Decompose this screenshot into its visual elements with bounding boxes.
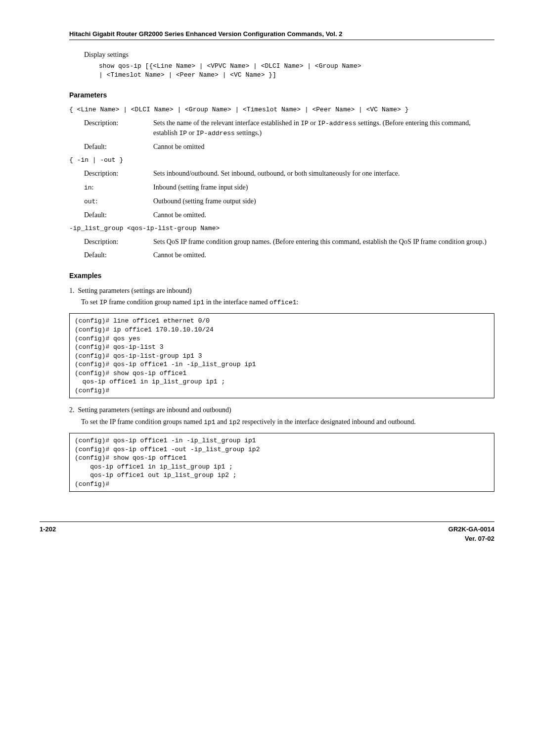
e2-pre: To set the IP frame condition groups nam…: [81, 418, 204, 425]
p1-desc-mono3: IP: [179, 130, 187, 137]
show-syntax-line2: | <Timeslot Name> | <Peer Name> | <VC Na…: [99, 71, 494, 80]
example2-num: 2.: [69, 406, 75, 414]
param3-default-val: Cannot be omitted.: [153, 250, 494, 260]
param3-desc-text: Sets QoS IP frame condition group names.…: [153, 237, 494, 247]
param2-in-val: Inbound (setting frame input side): [153, 183, 494, 192]
e1-mid2: in the interface named: [204, 298, 269, 306]
e2-mid1: and: [216, 418, 229, 425]
e2-mono2: ip2: [229, 419, 240, 426]
example2-code-block: (config)# qos-ip office1 -in -ip_list_gr…: [69, 433, 494, 492]
footer-page-number: 1-202: [40, 525, 56, 543]
param3-syntax: -ip_list_group <qos-ip-list-group Name>: [69, 224, 494, 233]
footer-version: Ver. 07-02: [448, 534, 494, 543]
footer-right: GR2K-GA-0014 Ver. 07-02: [448, 525, 494, 543]
param1-default-val: Cannot be omitted: [153, 142, 494, 152]
example1-num: 1.: [69, 287, 75, 294]
in-colon: :: [92, 184, 94, 191]
out-mono: out: [84, 198, 95, 205]
param3-desc-label: Description:: [84, 237, 153, 247]
e1-mono2: ip1: [193, 299, 204, 306]
e1-pre: To set: [81, 298, 99, 306]
param2-default-label: Default:: [84, 210, 153, 220]
param2-default-val: Cannot be omitted.: [153, 210, 494, 220]
param2-in-label: in:: [84, 183, 153, 192]
in-mono: in: [84, 184, 92, 191]
param2-default-row: Default: Cannot be omitted.: [84, 210, 494, 220]
p1-desc-mono2: IP-address: [317, 120, 356, 127]
param3-default-label: Default:: [84, 250, 153, 260]
param1-description-row: Description: Sets the name of the releva…: [84, 118, 494, 138]
p1-desc-post: settings.): [235, 129, 262, 137]
param2-out-val: Outbound (setting frame output side): [153, 196, 494, 206]
param2-description-row: Description: Sets inbound/outbound. Set …: [84, 169, 494, 179]
show-syntax-line1: show qos-ip [{<Line Name> | <VPVC Name> …: [99, 62, 494, 71]
param1-syntax: { <Line Name> | <DLCI Name> | <Group Nam…: [69, 105, 494, 114]
parameters-title: Parameters: [69, 91, 494, 100]
example1-code-block: (config)# line office1 ethernet 0/0 (con…: [69, 313, 494, 398]
page-footer: 1-202 GR2K-GA-0014 Ver. 07-02: [40, 521, 494, 543]
p1-desc-mono4: IP-address: [196, 130, 235, 137]
param1-desc-label: Description:: [84, 118, 153, 138]
p1-desc-mid1: or: [309, 119, 318, 127]
param3-description-row: Description: Sets QoS IP frame condition…: [84, 237, 494, 247]
param1-default-row: Default: Cannot be omitted: [84, 142, 494, 152]
e2-post: respectively in the interface designated…: [240, 418, 416, 425]
param1-desc-text: Sets the name of the relevant interface …: [153, 118, 494, 138]
out-colon: :: [95, 197, 97, 205]
param3-default-row: Default: Cannot be omitted.: [84, 250, 494, 260]
param2-in-row: in: Inbound (setting frame input side): [84, 183, 494, 192]
param2-out-row: out: Outbound (setting frame output side…: [84, 196, 494, 206]
param2-out-label: out:: [84, 196, 153, 206]
e2-mono1: ip1: [204, 419, 215, 426]
footer-doc-id: GR2K-GA-0014: [448, 525, 494, 534]
e1-mid1: frame condition group named: [107, 298, 193, 306]
e1-mono1: IP: [99, 299, 107, 306]
e1-post: :: [297, 298, 299, 306]
p1-desc-mid3: or: [187, 129, 196, 137]
doc-header-title: Hitachi Gigabit Router GR2000 Series Enh…: [69, 30, 494, 40]
p1-desc-mono1: IP: [301, 120, 309, 127]
p1-desc-pre: Sets the name of the relevant interface …: [153, 119, 301, 127]
param2-syntax: { -in | -out }: [69, 156, 494, 165]
display-settings-heading: Display settings: [84, 50, 494, 60]
param2-desc-label: Description:: [84, 169, 153, 179]
examples-title: Examples: [69, 271, 494, 281]
example2-heading: Setting parameters (settings are inbound…: [78, 406, 231, 414]
param2-desc-text: Sets inbound/outbound. Set inbound, outb…: [153, 169, 494, 179]
example1-heading: Setting parameters (settings are inbound…: [78, 287, 192, 294]
example2-heading-row: 2. Setting parameters (settings are inbo…: [69, 405, 494, 415]
example1-heading-row: 1. Setting parameters (settings are inbo…: [69, 286, 494, 296]
example2-body: To set the IP frame condition groups nam…: [81, 417, 494, 427]
example1-body: To set IP frame condition group named ip…: [81, 297, 494, 307]
param1-default-label: Default:: [84, 142, 153, 152]
e1-mono3: office1: [269, 299, 297, 306]
